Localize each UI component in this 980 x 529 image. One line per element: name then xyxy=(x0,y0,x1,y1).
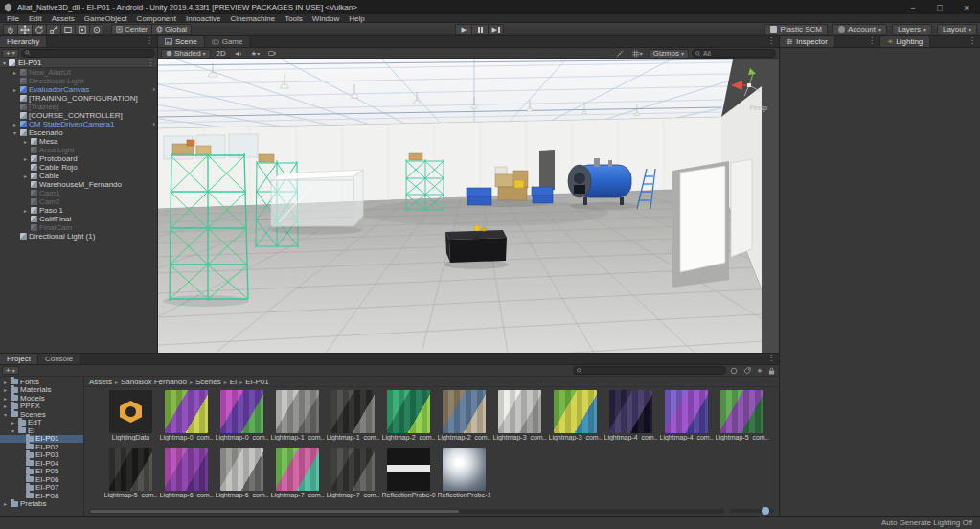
asset-lightmap-5-com[interactable]: Lightmap-5_com... xyxy=(715,390,769,445)
step-button[interactable]: ▶ xyxy=(488,24,504,35)
search-by-label-icon[interactable] xyxy=(741,367,753,375)
hierarchy-item-paso-1[interactable]: ▸Paso 1 xyxy=(0,206,157,215)
grid-visibility-dropdown[interactable]: ▾ xyxy=(629,49,646,58)
prefab-open-arrow-icon[interactable]: › xyxy=(152,85,155,94)
hierarchy-item-new-aliatui[interactable]: ▸New_AliatUI xyxy=(0,68,157,77)
foldout-down-icon[interactable]: ▾ xyxy=(2,411,9,418)
asset-lightmap-7-com[interactable]: Lightmap-7_com... xyxy=(270,448,325,502)
hierarchy-item-cable[interactable]: ▸Cable xyxy=(0,172,157,180)
hierarchy-item-training-configuration[interactable]: [TRAINING_CONFIGURATION] xyxy=(0,94,157,103)
asset-lightmap-2-com[interactable]: Lightmap-2_com... xyxy=(437,390,491,445)
slider-knob[interactable] xyxy=(762,507,769,515)
breadcrumb-scenes[interactable]: Scenes xyxy=(195,378,221,386)
scene-panel-menu-icon[interactable]: ⋮ xyxy=(763,35,779,47)
gizmos-dropdown[interactable]: Gizmos ▾ xyxy=(649,49,689,58)
hierarchy-item-cm-statedrivencamera1[interactable]: ▸CM StateDrivenCamera1› xyxy=(0,120,157,128)
menu-gameobject[interactable]: GameObject xyxy=(80,14,132,23)
menu-cinemachine[interactable]: Cinemachine xyxy=(225,14,280,23)
window-minimize-button[interactable]: − xyxy=(900,0,926,14)
tab-game[interactable]: Game xyxy=(205,36,251,47)
2d-toggle[interactable]: 2D xyxy=(214,49,229,58)
inspector-menu-icon[interactable]: ⋮ xyxy=(864,35,879,47)
folder-item-ei-p03[interactable]: EI-P03 xyxy=(0,451,83,460)
scene-viewport[interactable]: Persp xyxy=(158,59,779,353)
menu-innoactive[interactable]: Innoactive xyxy=(181,14,225,23)
folder-item-ei-p04[interactable]: EI-P04 xyxy=(0,459,83,468)
rect-tool-button[interactable] xyxy=(60,24,75,35)
move-tool-button[interactable] xyxy=(17,24,32,35)
transform-tool-button[interactable] xyxy=(75,24,89,35)
foldout-right-icon[interactable]: ▸ xyxy=(2,386,9,393)
folder-item-ei-p02[interactable]: EI-P02 xyxy=(0,443,83,451)
layout-dropdown[interactable]: Layout ▾ xyxy=(937,24,977,34)
hierarchy-item-escenario[interactable]: ▾Escenario xyxy=(0,128,157,137)
measure-tool-icon[interactable] xyxy=(613,49,627,58)
scene-3d-render[interactable] xyxy=(158,59,779,353)
hierarchy-item-finalcam[interactable]: FinalCam xyxy=(0,223,157,232)
hierarchy-item-trainee[interactable]: [Trainee] xyxy=(0,103,157,111)
asset-lightingdata[interactable]: LightingData xyxy=(103,390,158,445)
audio-toggle[interactable] xyxy=(232,49,245,58)
hierarchy-item-course-controller[interactable]: [COURSE_CONTROLLER] xyxy=(0,111,157,120)
foldout-right-icon[interactable]: ▸ xyxy=(22,155,29,162)
hierarchy-item-evaluadorcanvas[interactable]: ▸EvaluadorCanvas› xyxy=(0,85,157,94)
foldout-right-icon[interactable]: ▸ xyxy=(10,419,16,426)
asset-lightmap-2-com[interactable]: Lightmap-2_com... xyxy=(381,390,436,445)
hierarchy-item-warehousem-fernando[interactable]: WarehouseM_Fernando xyxy=(0,180,157,189)
auto-generate-lighting-button[interactable]: Auto Generate Lighting Off xyxy=(881,518,972,527)
folder-item-ei-p07[interactable]: EI-P07 xyxy=(0,484,83,493)
prefab-open-arrow-icon[interactable]: › xyxy=(152,120,155,128)
favorites-star-icon[interactable]: ★ xyxy=(755,367,764,375)
folder-item-ei[interactable]: ▾EI xyxy=(0,426,83,435)
scrollbar-thumb[interactable] xyxy=(90,510,459,513)
foldout-down-icon[interactable]: ▾ xyxy=(10,427,16,434)
foldout-right-icon[interactable]: ▸ xyxy=(22,207,29,214)
asset-lightmap-6-com[interactable]: Lightmap-6_com... xyxy=(159,448,214,502)
folder-item-ei-p01[interactable]: EI-P01 xyxy=(0,435,83,444)
folder-item-scenes[interactable]: ▾Scenes xyxy=(0,410,83,419)
folder-item-edt[interactable]: ▸EdT xyxy=(0,419,83,427)
scene-header-menu-icon[interactable]: ⋮ xyxy=(147,58,154,67)
asset-lightmap-7-com[interactable]: Lightmap-7_com... xyxy=(326,448,380,502)
asset-lightmap-0-com[interactable]: Lightmap-0_com... xyxy=(159,390,214,445)
menu-assets[interactable]: Assets xyxy=(47,14,80,23)
asset-lightmap-4-com[interactable]: Lightmap-4_com... xyxy=(659,390,714,445)
asset-lightmap-3-com[interactable]: Lightmap-3_com... xyxy=(548,390,603,445)
foldout-right-icon[interactable]: ▸ xyxy=(22,172,29,179)
custom-tool-button[interactable] xyxy=(89,24,103,35)
foldout-right-icon[interactable]: ▸ xyxy=(2,500,9,507)
folder-item-ei-p05[interactable]: EI-P05 xyxy=(0,468,83,476)
menu-window[interactable]: Window xyxy=(308,14,344,23)
tab-project[interactable]: Project xyxy=(0,354,38,364)
scene-foldout-icon[interactable]: ▾ xyxy=(3,59,6,66)
tab-hierarchy[interactable]: Hierarchy xyxy=(0,36,47,47)
lock-icon[interactable] xyxy=(766,367,777,375)
effects-dropdown[interactable]: ★ ▾ xyxy=(248,49,262,58)
foldout-right-icon[interactable]: ▸ xyxy=(22,138,29,145)
menu-help[interactable]: Help xyxy=(344,14,369,23)
foldout-down-icon[interactable]: ▾ xyxy=(11,129,18,136)
asset-lightmap-6-com[interactable]: Lightmap-6_com... xyxy=(215,448,269,502)
tab-lighting[interactable]: ☀ Lighting xyxy=(880,36,930,47)
asset-lightmap-1-com[interactable]: Lightmap-1_com... xyxy=(270,390,325,445)
window-maximize-button[interactable]: □ xyxy=(926,0,953,14)
account-dropdown[interactable]: Account ▾ xyxy=(832,24,887,34)
breadcrumb-ei[interactable]: EI xyxy=(230,378,238,386)
menu-file[interactable]: File xyxy=(2,14,24,23)
menu-tools[interactable]: Tools xyxy=(280,14,308,23)
foldout-right-icon[interactable]: ▸ xyxy=(11,121,18,127)
perspective-mode-label[interactable]: Persp xyxy=(750,104,767,111)
hierarchy-item-cable-rojo[interactable]: Cable Rojo xyxy=(0,163,157,172)
menu-component[interactable]: Component xyxy=(132,14,181,23)
hierarchy-item-cam1[interactable]: Cam1 xyxy=(0,189,157,197)
hierarchy-item-directional-light-1[interactable]: Directional Light (1) xyxy=(0,232,157,241)
tab-console[interactable]: Console xyxy=(38,354,80,364)
foldout-right-icon[interactable]: ▸ xyxy=(2,395,9,402)
asset-reflectionprobe-0[interactable]: ReflectionProbe-0 xyxy=(381,448,436,502)
lighting-menu-icon[interactable]: ⋮ xyxy=(965,35,980,47)
hierarchy-item-directional-light[interactable]: Directional Light xyxy=(0,77,157,85)
scene-search-field[interactable]: All xyxy=(692,49,776,58)
project-search-field[interactable] xyxy=(573,366,726,375)
tab-scene[interactable]: Scene xyxy=(158,36,205,47)
asset-lightmap-5-com[interactable]: Lightmap-5_com... xyxy=(103,448,158,502)
